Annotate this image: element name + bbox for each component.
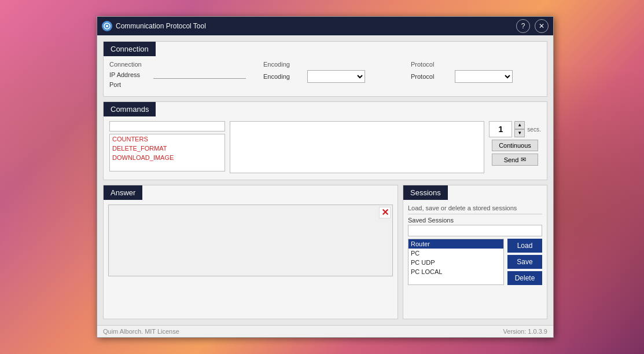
main-content: Connection Connection IP Address Port En… — [97, 35, 553, 325]
load-button[interactable]: Load — [507, 239, 542, 253]
connection-header: Connection — [104, 42, 156, 56]
footer-right: Version: 1.0.3.9 — [503, 328, 547, 335]
sessions-section: Sessions Load, save or delete a stored s… — [403, 185, 547, 319]
commands-area: COUNTERS DELETE_FORMAT DOWNLOAD_IMAGE 1 … — [104, 116, 547, 180]
sessions-listbox[interactable]: Router PC PC UDP PC LOCAL — [408, 239, 504, 285]
svg-point-1 — [106, 25, 108, 27]
commands-listbox[interactable]: COUNTERS DELETE_FORMAT DOWNLOAD_IMAGE — [109, 134, 225, 171]
list-item[interactable]: COUNTERS — [110, 134, 225, 144]
connection-section: Connection Connection IP Address Port En… — [103, 41, 547, 97]
ip-label: IP Address — [109, 71, 150, 78]
title-bar-buttons: ? ✕ — [516, 19, 549, 33]
sessions-description: Load, save or delete a stored sessions — [408, 205, 542, 214]
timer-input[interactable]: 1 — [489, 121, 512, 137]
commands-middle-panel — [230, 121, 484, 175]
sessions-buttons: Load Save Delete — [507, 239, 542, 285]
clear-icon: ✕ — [381, 208, 389, 217]
save-button[interactable]: Save — [507, 255, 542, 269]
list-item[interactable]: DELETE_FORMAT — [110, 144, 225, 153]
commands-left-panel: COUNTERS DELETE_FORMAT DOWNLOAD_IMAGE — [109, 121, 225, 175]
connection-group-title: Connection — [109, 61, 246, 68]
window-title: Communication Protocol Tool — [116, 22, 516, 30]
protocol-row: Protocol TCP UDP HTTP — [411, 70, 541, 83]
timer-spinner: 1 ▲ ▼ secs. — [489, 121, 540, 137]
list-item[interactable]: PC UDP — [409, 258, 503, 267]
send-label: Send — [504, 156, 519, 163]
spinner-buttons: ▲ ▼ — [514, 121, 525, 137]
continuous-button[interactable]: Continuous — [492, 140, 538, 151]
ip-row: IP Address — [109, 70, 246, 79]
help-button[interactable]: ? — [516, 19, 530, 33]
sessions-list-row: Router PC PC UDP PC LOCAL Load Save Dele… — [408, 239, 542, 285]
commands-header: Commands — [104, 102, 156, 116]
sessions-body: Load, save or delete a stored sessions S… — [403, 200, 547, 290]
encoding-row: Encoding UTF-8 ASCII ISO-8859-1 — [263, 70, 393, 83]
commands-textarea[interactable] — [230, 121, 484, 173]
port-label: Port — [109, 81, 150, 88]
protocol-select[interactable]: TCP UDP HTTP — [455, 70, 513, 83]
send-button[interactable]: Send ✉ — [492, 154, 538, 166]
encoding-group: Encoding Encoding UTF-8 ASCII ISO-8859-1 — [263, 61, 393, 90]
title-bar: Communication Protocol Tool ? ✕ — [97, 17, 553, 35]
timer-unit: secs. — [527, 126, 540, 133]
spinner-down[interactable]: ▼ — [514, 129, 525, 137]
answer-section: Answer ✕ — [103, 185, 398, 319]
bottom-row: Answer ✕ Sessions Load, save or delete a… — [103, 185, 547, 319]
port-row: Port — [109, 81, 246, 88]
commands-search[interactable] — [109, 121, 225, 132]
list-item[interactable]: Router — [409, 239, 503, 249]
footer-left: Quim Alborch. MIT License — [103, 328, 179, 335]
saved-sessions-label: Saved Sessions — [408, 217, 542, 224]
sessions-search[interactable] — [408, 225, 542, 236]
close-button[interactable]: ✕ — [535, 19, 549, 33]
send-icon: ✉ — [521, 156, 526, 163]
commands-right-panel: 1 ▲ ▼ secs. Continuous Send ✉ — [489, 121, 541, 175]
answer-textarea[interactable] — [108, 205, 393, 276]
answer-header: Answer — [104, 185, 142, 200]
list-item[interactable]: PC — [409, 249, 503, 258]
protocol-label: Protocol — [411, 73, 451, 80]
delete-button[interactable]: Delete — [507, 271, 542, 285]
commands-section: Commands COUNTERS DELETE_FORMAT DOWNLOAD… — [103, 101, 547, 180]
spinner-up[interactable]: ▲ — [514, 121, 525, 129]
list-item[interactable]: DOWNLOAD_IMAGE — [110, 153, 225, 162]
app-icon — [102, 21, 112, 31]
answer-body: ✕ — [104, 200, 398, 281]
list-item[interactable]: PC LOCAL — [409, 267, 503, 276]
ip-input[interactable] — [153, 70, 246, 79]
connection-group: Connection IP Address Port — [109, 61, 246, 90]
encoding-label: Encoding — [263, 73, 304, 80]
sessions-header: Sessions — [403, 185, 448, 200]
protocol-group: Protocol Protocol TCP UDP HTTP — [411, 61, 541, 90]
encoding-select[interactable]: UTF-8 ASCII ISO-8859-1 — [307, 70, 365, 83]
protocol-group-title: Protocol — [411, 61, 541, 68]
clear-button[interactable]: ✕ — [379, 207, 391, 218]
footer: Quim Alborch. MIT License Version: 1.0.3… — [97, 325, 553, 337]
encoding-group-title: Encoding — [263, 61, 393, 68]
main-window: Communication Protocol Tool ? ✕ Connecti… — [97, 16, 554, 338]
